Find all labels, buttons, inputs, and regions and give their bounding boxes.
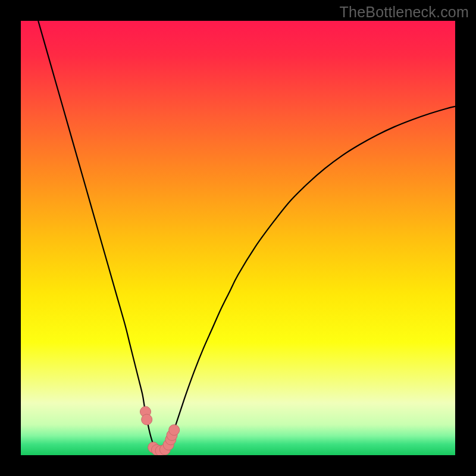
chart-background [21,21,455,455]
bottleneck-chart [21,21,455,455]
highlight-point [142,414,152,425]
chart-frame: TheBottleneck.com [0,0,476,476]
highlight-point [169,425,180,436]
watermark: TheBottleneck.com [340,4,469,21]
